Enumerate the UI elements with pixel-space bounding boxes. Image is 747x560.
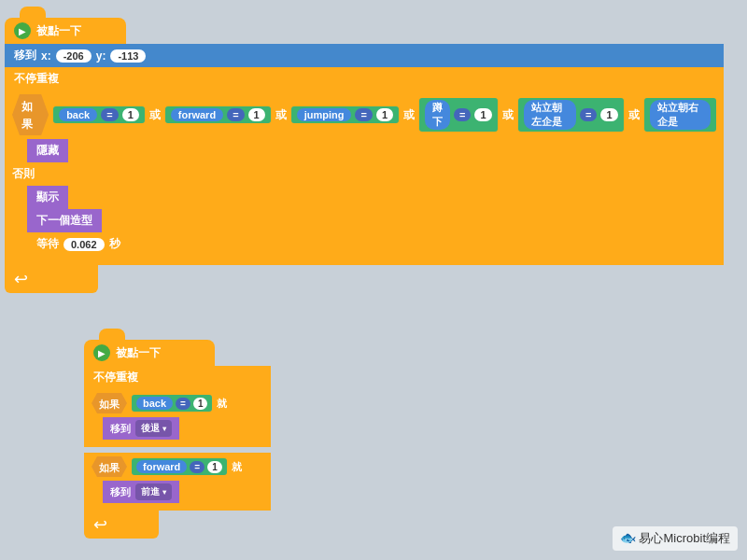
block-group-2: ▶ 被點一下 不停重複 如果 back = 1	[84, 327, 271, 539]
dropdown-arrow-1: ▾	[162, 425, 166, 433]
dropdown-arrow-2: ▾	[162, 488, 166, 497]
back-cond-2: back = 1	[132, 395, 212, 412]
green-flag-icon-1: ▶	[14, 22, 31, 39]
no-stop-block-1: 不停重複	[5, 67, 724, 91]
stand-left-cond: 站立朝左企是 = 1	[518, 98, 624, 132]
x-coord[interactable]: -206	[56, 49, 92, 63]
goto-label: 移到	[14, 48, 36, 63]
no-stop-block-2: 不停重複	[84, 366, 271, 389]
green-flag-icon-2: ▶	[93, 344, 110, 361]
down-cond: 蹲下 = 1	[419, 98, 498, 132]
next-costume-block: 下一個造型	[27, 209, 102, 232]
scratch-canvas: ▶ 被點一下 移到 x: -206 y: -113 不停重複	[0, 0, 747, 560]
hat-label-1: 被點一下	[36, 23, 81, 39]
else-inner: 顯示 下一個造型 等待 0.062 秒	[5, 186, 724, 256]
if-back-bottom	[84, 440, 271, 447]
wait-val[interactable]: 0.062	[63, 238, 105, 251]
if-back-block: 如果 back = 1 就 移到 後退	[84, 389, 271, 447]
stand-right-cond: 站立朝右企是	[644, 98, 716, 132]
back-inner: 移到 後退 ▾	[84, 417, 271, 440]
if-forward-block: 如果 forward = 1 就 移到 前進	[84, 453, 271, 511]
else-row: 否則	[5, 162, 724, 186]
move-back-block: 移到 後退 ▾	[103, 417, 179, 440]
if-forward-bottom	[84, 503, 271, 511]
watermark: 🐟 易心Microbit编程	[613, 526, 738, 551]
end-arrow-2: ↩	[84, 511, 159, 539]
back-cond: back = 1	[53, 106, 145, 123]
if-label-3: 如果	[92, 456, 127, 477]
move-forward-block: 移到 前進 ▾	[103, 481, 179, 503]
wait-block: 等待 0.062 秒	[27, 232, 130, 256]
hide-block: 隱藏	[27, 139, 68, 162]
hat-label-2: 被點一下	[116, 345, 161, 361]
show-block: 顯示	[27, 186, 68, 209]
end-arrow-1: ↩	[5, 265, 98, 293]
if-block-bottom	[5, 256, 724, 265]
back-dir-dropdown[interactable]: 後退 ▾	[135, 420, 172, 437]
jumping-cond: jumping = 1	[291, 106, 399, 123]
no-stop-label-1: 不停重複	[14, 71, 59, 87]
block-group-1: ▶ 被點一下 移到 x: -206 y: -113 不停重複	[5, 5, 724, 293]
if-label-hex: 如果	[12, 94, 49, 135]
watermark-icon: 🐟	[620, 530, 636, 545]
goto-xy-block: 移到 x: -206 y: -113	[5, 44, 724, 67]
front-dir-dropdown[interactable]: 前進 ▾	[135, 483, 172, 500]
y-coord[interactable]: -113	[110, 49, 146, 63]
forward-inner: 移到 前進 ▾	[84, 481, 271, 503]
forward-cond: forward = 1	[165, 106, 271, 123]
big-if-block: 如果 back = 1 或 forward = 1 或	[5, 91, 724, 265]
forward-cond-2: forward = 1	[132, 458, 227, 475]
if-label-2: 如果	[92, 393, 127, 413]
